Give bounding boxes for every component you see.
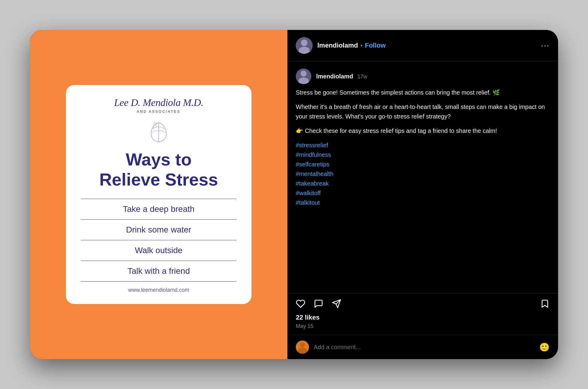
brand-name: Lee D. Mendiola M.D. bbox=[81, 97, 237, 108]
comment-input[interactable] bbox=[314, 344, 539, 351]
hashtag-6[interactable]: #walkitoff bbox=[296, 190, 321, 196]
caption-line-3: 👉 Check these for easy stress relief tip… bbox=[296, 126, 550, 136]
like-button[interactable] bbox=[296, 299, 305, 310]
comment-button[interactable] bbox=[314, 299, 323, 310]
caption-line-2: Whether it's a breath of fresh air or a … bbox=[296, 102, 550, 121]
card-title: Ways to Relieve Stress bbox=[81, 150, 237, 189]
comment-user-avatar bbox=[296, 341, 309, 354]
likes-count: 22 likes bbox=[296, 314, 550, 321]
left-panel: Lee D. Mendiola M.D. AND ASSOCIATES Ways… bbox=[30, 30, 287, 359]
post-avatar bbox=[296, 69, 311, 84]
post-header: lmendiolamd • Follow ··· bbox=[287, 30, 558, 61]
card-item-3: Walk outside bbox=[81, 240, 237, 261]
share-button[interactable] bbox=[332, 299, 341, 310]
post-username[interactable]: lmendiolamd bbox=[316, 73, 353, 80]
hashtag-2[interactable]: #mindfulness bbox=[296, 151, 331, 158]
card-item-2: Drink some water bbox=[81, 220, 237, 240]
device-frame: Lee D. Mendiola M.D. AND ASSOCIATES Ways… bbox=[30, 30, 558, 359]
header-avatar bbox=[296, 37, 313, 54]
emoji-button[interactable]: 🙂 bbox=[539, 342, 550, 352]
card-item-1: Take a deep breath bbox=[81, 199, 237, 220]
follow-button[interactable]: Follow bbox=[365, 42, 386, 49]
header-separator: • bbox=[360, 42, 363, 49]
card-item-4: Talk with a friend bbox=[81, 261, 237, 282]
post-date: May 15 bbox=[296, 323, 550, 329]
post-time: 17w bbox=[357, 74, 367, 80]
post-user-info: lmendiolamd 17w bbox=[316, 73, 367, 80]
post-body: lmendiolamd 17w Stress be gone! Sometime… bbox=[287, 61, 558, 293]
leaf-icon bbox=[81, 120, 237, 145]
hashtags: #stressrelief #mindfulness #selfcaretips… bbox=[296, 140, 550, 207]
post-meta: lmendiolamd 17w bbox=[296, 69, 550, 84]
brand-sub: AND ASSOCIATES bbox=[81, 110, 237, 114]
hashtag-5[interactable]: #takeabreak bbox=[296, 180, 329, 187]
hashtag-7[interactable]: #talkitout bbox=[296, 199, 320, 206]
save-button[interactable] bbox=[540, 299, 550, 310]
more-options-button[interactable]: ··· bbox=[541, 41, 550, 50]
hashtag-3[interactable]: #selfcaretips bbox=[296, 161, 329, 168]
post-actions: 22 likes May 15 bbox=[287, 293, 558, 335]
card-url: www.leemendiolamd.com bbox=[81, 287, 237, 293]
post-caption: Stress be gone! Sometimes the simplest a… bbox=[296, 88, 550, 207]
hashtag-4[interactable]: #mentalhealth bbox=[296, 171, 334, 177]
infographic-card: Lee D. Mendiola M.D. AND ASSOCIATES Ways… bbox=[66, 85, 251, 304]
caption-line-1: Stress be gone! Sometimes the simplest a… bbox=[296, 88, 550, 97]
comment-area: 🙂 bbox=[287, 335, 558, 359]
header-username: lmendiolamd bbox=[317, 42, 358, 49]
hashtag-1[interactable]: #stressrelief bbox=[296, 142, 328, 148]
right-panel: lmendiolamd • Follow ··· lmendiolamd 17w… bbox=[287, 30, 558, 359]
action-icons-row bbox=[296, 299, 550, 310]
